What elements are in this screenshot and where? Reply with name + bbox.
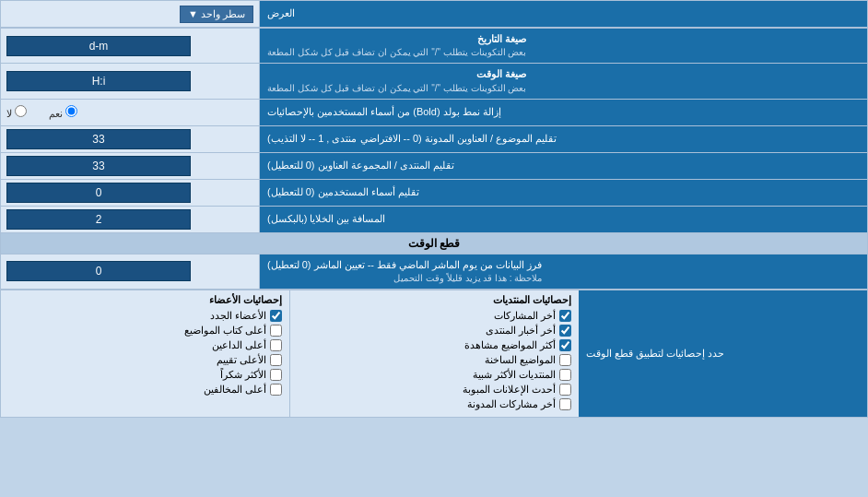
forum-titles-input[interactable] [6, 156, 191, 176]
checkbox-top-inviters[interactable] [270, 339, 282, 351]
bold-remove-label: إزالة نمط بولد (Bold) من أسماء المستخدمي… [259, 100, 867, 125]
bold-remove-options: نعم لا [1, 100, 259, 125]
radio-yes-label[interactable]: نعم [49, 105, 77, 120]
usernames-label: تقليم أسماء المستخدمين (0 للتعطيل) [259, 180, 867, 206]
date-format-label: صيغة التاريخ بعض التكوينات يتطلب "/" الت… [259, 29, 867, 63]
list-item: أحدث الإعلانات المبوبة [298, 384, 571, 396]
display-label: العرض [259, 1, 867, 27]
cell-spacing-input[interactable] [6, 209, 191, 230]
member-stats-col: إحصائيات الأعضاء الأعضاء الجدد أعلى كتاب… [1, 290, 289, 417]
checkbox-most-popular[interactable] [559, 369, 571, 381]
cutoff-filter-label: فرز البيانات من يوم الماشر الماضي فقط --… [259, 254, 867, 289]
checkbox-top-rated[interactable] [270, 354, 282, 366]
cutoff-section-header: قطع الوقت [1, 233, 867, 254]
topic-titles-input[interactable] [6, 129, 191, 149]
list-item: أعلى الداعين [8, 339, 282, 351]
checkbox-most-viewed[interactable] [559, 339, 571, 351]
checkbox-last-blog-posts[interactable] [559, 398, 571, 410]
radio-no-label[interactable]: لا [6, 105, 27, 120]
list-item: الأكثر شكراً [8, 369, 282, 381]
forum-titles-label: تقليم المنتدى / المجموعة العناوين (0 للت… [259, 153, 867, 179]
forum-stats-col: إحصائيات المنتديات أخر المشاركات أخر أخب… [289, 290, 579, 417]
single-line-dropdown[interactable]: سطر واحد ▼ [180, 6, 253, 23]
list-item: أعلى المخالفين [8, 384, 282, 396]
list-item: أخر المشاركات [298, 310, 571, 322]
list-item: الأعضاء الجدد [8, 310, 282, 322]
time-format-label: صيغة الوقت بعض التكوينات يتطلب "/" التي … [259, 64, 867, 98]
usernames-input[interactable] [6, 183, 191, 203]
checkbox-top-violators[interactable] [270, 384, 282, 396]
list-item: أخر مشاركات المدونة [298, 398, 571, 410]
checkboxes-section: حدد إحصائيات لتطبيق قطع الوقت إحصائيات ا… [1, 290, 867, 417]
cell-spacing-label: المسافة بين الخلايا (بالبكسل) [259, 207, 867, 232]
radio-yes-input[interactable] [65, 105, 77, 117]
cutoff-value-input[interactable] [6, 261, 191, 281]
dropdown-arrow-icon: ▼ [188, 8, 198, 19]
list-item: أعلى كتاب المواضيع [8, 325, 282, 337]
time-format-input[interactable] [6, 71, 191, 91]
radio-no-input[interactable] [15, 105, 27, 117]
checkbox-hot-topics[interactable] [559, 354, 571, 366]
date-format-input[interactable] [6, 36, 191, 56]
list-item: المنتديات الأكثر شبية [298, 369, 571, 381]
list-item: المواضيع الساخنة [298, 354, 571, 366]
forum-stats-title: إحصائيات المنتديات [298, 294, 571, 306]
list-item: أكثر المواضيع مشاهدة [298, 339, 571, 351]
checkbox-last-posts[interactable] [559, 310, 571, 322]
list-item: أخر أخبار المنتدى [298, 325, 571, 337]
topic-titles-label: تقليم الموضوع / العناوين المدونة (0 -- ا… [259, 126, 867, 152]
checkbox-latest-classified[interactable] [559, 384, 571, 396]
checkbox-last-news[interactable] [559, 325, 571, 337]
checkbox-top-authors[interactable] [270, 325, 282, 337]
checkbox-new-members[interactable] [270, 310, 282, 322]
limit-label: حدد إحصائيات لتطبيق قطع الوقت [579, 290, 867, 417]
checkbox-most-thanks[interactable] [270, 369, 282, 381]
member-stats-title: إحصائيات الأعضاء [8, 294, 282, 306]
list-item: الأعلى تقييم [8, 354, 282, 366]
